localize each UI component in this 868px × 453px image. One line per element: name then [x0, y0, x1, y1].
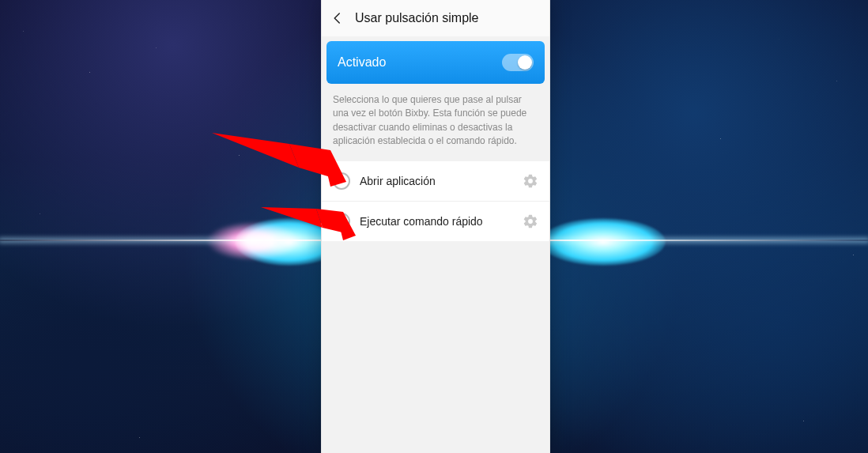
option-label: Abrir aplicación [360, 175, 513, 187]
background-glow-pink [206, 221, 300, 261]
master-toggle-label: Activado [338, 55, 386, 70]
back-icon[interactable] [330, 10, 345, 26]
master-toggle-switch[interactable] [502, 54, 534, 71]
option-label: Ejecutar comando rápido [360, 215, 513, 228]
option-run-quick-command[interactable]: Ejecutar comando rápido [322, 202, 549, 241]
description-text: Selecciona lo que quieres que pase al pu… [322, 84, 549, 161]
radio-icon[interactable] [333, 172, 350, 190]
master-toggle-card[interactable]: Activado [326, 41, 545, 84]
gear-icon[interactable] [523, 213, 538, 229]
settings-panel: Usar pulsación simple Activado Seleccion… [321, 0, 550, 453]
option-list: Abrir aplicación Ejecutar comando rápido [322, 161, 549, 241]
gear-icon[interactable] [523, 173, 538, 189]
title-bar: Usar pulsación simple [322, 0, 549, 36]
option-open-app[interactable]: Abrir aplicación [322, 161, 549, 202]
background-glow-right [541, 218, 666, 266]
radio-icon[interactable] [333, 213, 350, 230]
page-title: Usar pulsación simple [355, 11, 479, 25]
